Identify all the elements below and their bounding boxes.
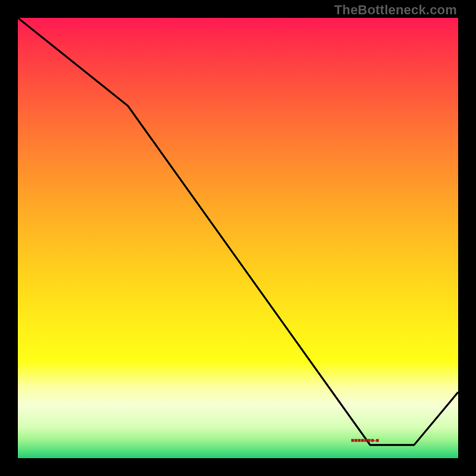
series-inline-label: ■■■■■■■-■ [350, 437, 378, 443]
watermark-text: TheBottleneck.com [334, 2, 457, 18]
bottleneck-curve-line [18, 18, 458, 445]
chart-frame: TheBottleneck.com ■■■■■■■-■ [0, 0, 476, 476]
plot-area: ■■■■■■■-■ [18, 18, 458, 458]
line-chart-svg [18, 18, 458, 458]
